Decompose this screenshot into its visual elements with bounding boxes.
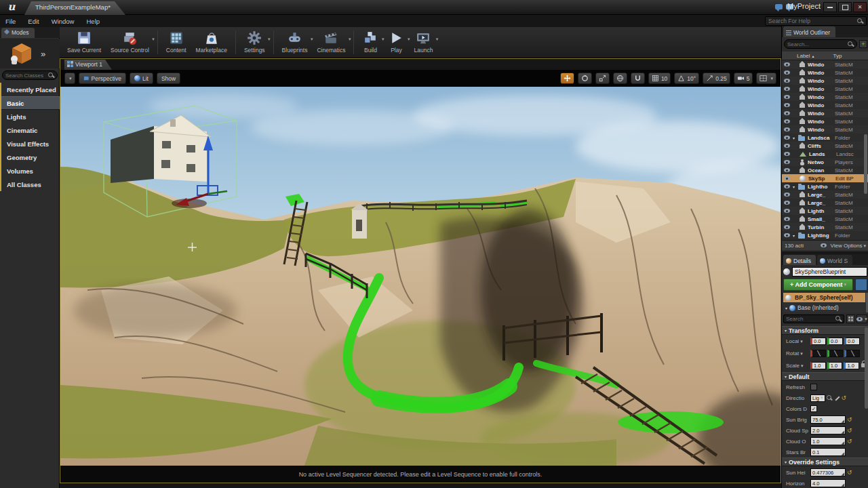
menu-window[interactable]: Window <box>52 18 75 25</box>
transform-field-bx[interactable]: ╲ <box>810 350 826 357</box>
outliner-row[interactable]: WindoStaticM <box>782 68 868 77</box>
transform-field-bz[interactable]: 1.0 <box>844 362 859 369</box>
reset-icon[interactable] <box>847 428 852 434</box>
feedback-bubble-icon[interactable] <box>775 4 783 9</box>
outliner-column-header[interactable]: Label Typ <box>782 52 868 60</box>
mode-category-all-classes[interactable]: All Classes <box>1 178 60 191</box>
outliner-row[interactable]: Large_StaticM <box>782 190 868 199</box>
minimize-button[interactable] <box>823 2 837 12</box>
launch-button[interactable]: Launch <box>409 28 437 56</box>
scale-snap-button[interactable]: 0.25 <box>703 73 730 84</box>
number-field[interactable]: 2.0 <box>810 426 846 434</box>
component-row-base[interactable]: Base (Inherited) <box>783 303 865 312</box>
reset-icon[interactable] <box>847 439 852 445</box>
settings-button[interactable]: Settings <box>239 28 270 56</box>
transform-row-label[interactable]: Local <box>786 338 809 344</box>
transform-row-label[interactable]: Rotat <box>786 350 809 357</box>
visibility-eye-icon[interactable] <box>784 152 790 156</box>
reset-icon[interactable] <box>842 395 847 401</box>
visibility-eye-icon[interactable] <box>784 160 790 164</box>
modes-expand-chevrons-icon[interactable] <box>41 49 45 59</box>
menu-edit[interactable]: Edit <box>28 18 39 25</box>
expand-arrow-icon[interactable] <box>793 136 797 140</box>
visibility-eye-icon[interactable] <box>784 95 790 99</box>
dropdown-caret-icon[interactable] <box>349 37 351 42</box>
outliner-filter-button[interactable]: + <box>859 40 867 48</box>
visibility-eye-icon[interactable] <box>784 103 790 107</box>
dropdown-field[interactable]: Lig <box>810 394 825 402</box>
reset-icon[interactable] <box>847 470 852 476</box>
source-control-button[interactable]: Source Control <box>106 28 154 56</box>
surface-snap-button[interactable] <box>631 73 645 84</box>
menu-file[interactable]: File <box>5 18 16 25</box>
dropdown-caret-icon[interactable] <box>436 37 439 42</box>
maximize-button[interactable] <box>838 2 852 12</box>
visibility-eye-icon[interactable] <box>784 184 790 188</box>
save-current-button[interactable]: Save Current <box>62 28 106 56</box>
number-field[interactable]: 0.1 <box>810 448 846 456</box>
number-field[interactable]: 4.0 <box>810 479 846 487</box>
visibility-eye-icon[interactable] <box>784 136 790 140</box>
help-search-box[interactable] <box>765 16 867 26</box>
marketplace-button[interactable]: Marketplace <box>191 28 232 56</box>
perspective-button[interactable]: Perspective <box>79 73 126 84</box>
rotation-snap-button[interactable]: 10° <box>674 73 699 84</box>
visibility-eye-icon[interactable] <box>784 144 790 148</box>
outliner-row[interactable]: LighthoFolder <box>782 182 868 190</box>
outliner-row[interactable]: LightingFolder <box>782 231 868 239</box>
world-outliner-tab[interactable]: World Outliner <box>783 26 835 37</box>
visibility-eye-icon[interactable] <box>784 201 790 205</box>
dropdown-caret-icon[interactable] <box>152 37 155 42</box>
outliner-scrollbar[interactable] <box>864 134 867 194</box>
outliner-row[interactable]: CliffsStaticM <box>782 142 868 150</box>
level-tab[interactable]: ThirdPersonExampleMap* <box>24 1 125 15</box>
checkbox[interactable] <box>810 405 817 412</box>
visibility-eye-icon[interactable] <box>784 119 790 123</box>
build-button[interactable]: Build <box>357 28 383 56</box>
details-search-box[interactable] <box>783 314 844 323</box>
section-header-default[interactable]: Default <box>782 372 868 381</box>
visibility-eye-icon[interactable] <box>784 79 790 83</box>
menu-help[interactable]: Help <box>86 18 100 25</box>
section-header-transform[interactable]: Transform <box>782 326 868 335</box>
outliner-row[interactable]: WindoStaticM <box>782 117 868 125</box>
column-type[interactable]: Typ <box>833 53 842 59</box>
column-label[interactable]: Label <box>797 53 810 59</box>
modes-search-box[interactable] <box>2 70 58 80</box>
transform-field-bx[interactable]: 0.0 <box>810 338 826 345</box>
mode-category-basic[interactable]: Basic <box>1 96 60 110</box>
cinematics-button[interactable]: Cinematics <box>312 28 350 56</box>
number-field[interactable]: 0.477306 <box>810 468 846 476</box>
tab-world-settings[interactable]: World S <box>817 255 852 265</box>
camera-speed-button[interactable]: 5 <box>734 73 753 84</box>
view-options-button[interactable]: View Options <box>830 243 866 249</box>
outliner-row[interactable]: OceanStaticM <box>782 166 868 174</box>
move-tool-button[interactable] <box>560 73 574 84</box>
outliner-row[interactable]: WindoStaticM <box>782 93 868 101</box>
visibility-eye-icon[interactable] <box>784 209 790 213</box>
visibility-eye-icon[interactable] <box>784 217 790 221</box>
outliner-row[interactable]: LandscaFolder <box>782 134 868 142</box>
visibility-eye-icon[interactable] <box>784 111 790 115</box>
actor-name-field[interactable]: SkySphereBlueprint <box>792 267 867 277</box>
dropdown-caret-icon[interactable] <box>268 37 271 42</box>
add-component-button[interactable]: + Add Component <box>783 279 853 291</box>
mode-category-cinematic[interactable]: Cinematic <box>1 123 60 137</box>
outliner-row[interactable]: NetwoPlayers <box>782 158 868 166</box>
transform-field-bx[interactable]: 1.0 <box>810 362 826 369</box>
lit-button[interactable]: Lit <box>130 73 153 84</box>
outliner-row[interactable]: Large_StaticM <box>782 199 868 207</box>
outliner-row[interactable]: WindoStaticM <box>782 101 868 109</box>
world-transform-button[interactable] <box>613 73 627 84</box>
visibility-eye-icon[interactable] <box>784 176 790 180</box>
details-visibility-filter-button[interactable] <box>856 314 867 323</box>
outliner-row[interactable]: LighthStaticM <box>782 207 868 215</box>
play-button[interactable]: Play <box>383 28 409 56</box>
reset-icon[interactable] <box>847 417 852 423</box>
outliner-row[interactable]: WindoStaticM <box>782 85 868 93</box>
visibility-eye-icon[interactable] <box>784 225 790 229</box>
number-field[interactable]: 1.0 <box>810 437 846 445</box>
close-button[interactable]: ✕ <box>853 2 867 12</box>
content-button[interactable]: Content <box>161 28 191 56</box>
edit-blueprint-button[interactable] <box>855 279 867 291</box>
